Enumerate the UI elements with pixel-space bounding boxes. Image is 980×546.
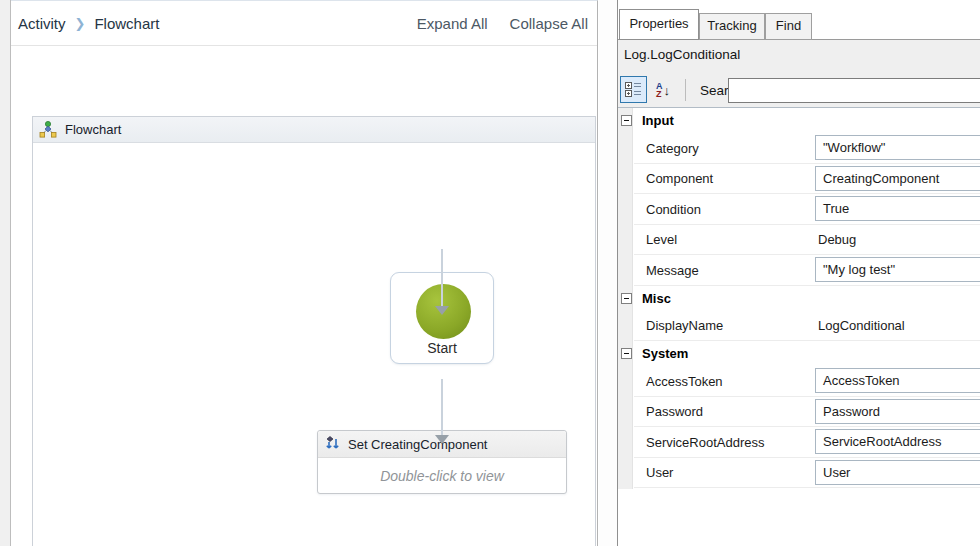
property-group-header-system: System [618, 341, 980, 366]
property-label: Password [646, 404, 703, 419]
property-value: AccessToken [823, 373, 900, 388]
property-value-editor[interactable]: User [815, 460, 980, 485]
tab-find[interactable]: Find [765, 13, 812, 40]
property-value: "Workflow" [823, 140, 885, 155]
sequence-icon [325, 436, 341, 452]
property-label: User [646, 465, 673, 480]
collapse-all-button[interactable]: Collapse All [510, 15, 588, 32]
property-label: Component [646, 171, 713, 186]
property-value-editor[interactable]: AccessToken [815, 368, 980, 393]
categorized-icon [625, 81, 642, 98]
property-row-displayname: DisplayName LogConditional [634, 311, 980, 342]
property-row-servicerootaddress: ServiceRootAddress ServiceRootAddress [634, 427, 980, 458]
window-left-rail [0, 0, 11, 546]
connector-arrowhead-icon [435, 435, 449, 444]
connector-start-to-set[interactable] [441, 249, 443, 308]
tab-properties[interactable]: Properties [619, 9, 699, 40]
property-value: CreatingComponent [823, 171, 939, 186]
property-row-user: User User [634, 458, 980, 489]
property-value: True [823, 201, 849, 216]
properties-header: Log.LogConditional AZ ↓ Search: [618, 39, 980, 108]
properties-panel: Properties Tracking Find Log.LogConditio… [617, 0, 980, 546]
collapse-minus-icon[interactable] [621, 115, 632, 126]
selection-title: Log.LogConditional [624, 47, 740, 62]
property-group-name: Input [642, 113, 674, 128]
property-group-name: Misc [642, 291, 671, 306]
property-label: ServiceRootAddress [646, 434, 765, 449]
property-label: DisplayName [646, 318, 723, 333]
set-node-hint: Double-click to view [318, 458, 566, 494]
connector-arrowhead-icon [435, 306, 449, 315]
property-row-message: Message "My log test" [634, 255, 980, 286]
property-group-header-input: Input [618, 108, 980, 133]
connector-set-to-log[interactable] [441, 379, 443, 437]
property-value[interactable]: Debug [818, 232, 856, 247]
alphabetical-sort-button[interactable]: AZ ↓ [650, 78, 676, 102]
property-value-editor[interactable]: ServiceRootAddress [815, 429, 980, 454]
flowchart-header[interactable]: Flowchart [33, 117, 595, 143]
az-sort-icon: AZ ↓ [656, 82, 670, 98]
property-group-header-misc: Misc [618, 286, 980, 311]
breadcrumb-item-activity[interactable]: Activity [18, 15, 66, 32]
property-label: Category [646, 140, 699, 155]
property-label: Level [646, 232, 677, 247]
property-label: Message [646, 262, 699, 277]
collapse-minus-icon[interactable] [621, 348, 632, 359]
property-label: Condition [646, 201, 701, 216]
property-value-editor[interactable]: True [815, 196, 980, 221]
collapse-minus-icon[interactable] [621, 293, 632, 304]
breadcrumb-item-flowchart[interactable]: Flowchart [94, 15, 159, 32]
property-row-component: Component CreatingComponent [634, 164, 980, 195]
property-value: ServiceRootAddress [823, 434, 942, 449]
property-value-editor[interactable]: Password [815, 399, 980, 424]
property-group-name: System [642, 346, 688, 361]
property-row-password: Password Password [634, 397, 980, 428]
property-value: User [823, 465, 850, 480]
property-value-editor[interactable]: "My log test" [815, 257, 980, 282]
flowchart-title: Flowchart [65, 122, 121, 137]
property-grid: Input Category "Workflow" Component Crea… [618, 108, 980, 488]
property-value-editor[interactable]: "Workflow" [815, 135, 980, 160]
categorized-view-button[interactable] [620, 76, 647, 103]
property-value[interactable]: LogConditional [818, 318, 905, 333]
panel-splitter[interactable] [599, 0, 617, 546]
property-row-condition: Condition True [634, 194, 980, 225]
flowchart-activity-container: Flowchart Start Set CreatingComponent [32, 116, 596, 546]
property-value-editor[interactable]: CreatingComponent [815, 166, 980, 191]
start-node-label: Start [391, 340, 493, 356]
set-node-title: Set CreatingComponent [348, 437, 487, 452]
flowchart-icon [39, 121, 57, 138]
search-input[interactable] [728, 78, 980, 103]
property-row-category: Category "Workflow" [634, 133, 980, 164]
property-label: AccessToken [646, 373, 723, 388]
chevron-right-icon: ❯ [75, 16, 86, 31]
property-row-level: Level Debug [634, 225, 980, 256]
property-value: Password [823, 404, 880, 419]
expand-all-button[interactable]: Expand All [417, 15, 488, 32]
property-value: "My log test" [823, 262, 895, 277]
property-row-accesstoken: AccessToken AccessToken [634, 366, 980, 397]
breadcrumb: Activity ❯ Flowchart Expand All Collapse… [11, 1, 597, 46]
workflow-designer-panel: Activity ❯ Flowchart Expand All Collapse… [11, 0, 598, 546]
tab-tracking[interactable]: Tracking [699, 13, 765, 40]
toolbar-separator [685, 79, 686, 101]
